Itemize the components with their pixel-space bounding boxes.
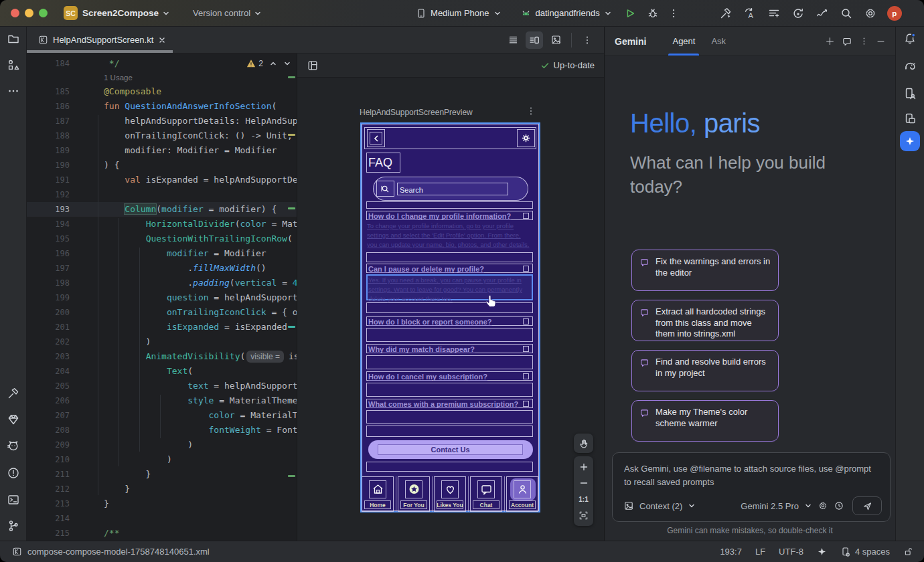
toolwindow-gemini[interactable] (900, 131, 920, 151)
prev-warning-icon[interactable] (269, 60, 277, 68)
usage-hint[interactable]: 1 Usage (27, 71, 297, 84)
run-config-selector[interactable]: datingandfriends (520, 7, 612, 19)
code-line[interactable]: 185@Composable (27, 84, 297, 99)
code-line[interactable]: 200 onTrailingIconClick = { onTrailing (27, 305, 297, 320)
close-window-button[interactable] (11, 9, 19, 17)
statusbar-file[interactable]: compose-compose-model-1758748140651.xml (27, 547, 210, 557)
gemini-suggestion-card[interactable]: Fix the warnings and errors in the edito… (631, 250, 779, 291)
code-line[interactable]: 204 Text( (27, 364, 297, 379)
code-line[interactable]: 187 helpAndSupportDetails: HelpAndSuppor… (27, 114, 297, 128)
code-line[interactable]: 209 ) (27, 438, 297, 452)
code-inspect-button[interactable]: A (738, 7, 762, 20)
editor-options-button[interactable] (579, 31, 596, 49)
faq-question[interactable]: Why did my match disappear? (366, 344, 533, 353)
version-control-menu[interactable]: Version control (193, 8, 250, 18)
pan-tool-button[interactable] (574, 434, 593, 453)
toolwindow-logcat[interactable] (0, 440, 26, 453)
run-button[interactable] (624, 7, 636, 19)
toolwindow-terminal[interactable] (0, 493, 26, 506)
todo-list-button[interactable] (762, 7, 786, 20)
code-line[interactable]: 207 color = MaterialTheme.co (27, 408, 297, 423)
expand-icon[interactable] (523, 213, 529, 219)
code-line[interactable]: 203 AnimatedVisibility(visible =isExpand… (27, 349, 297, 364)
zoom-out-button[interactable] (574, 475, 593, 491)
zoom-reset-button[interactable]: 1:1 (574, 491, 593, 507)
layout-grid-icon[interactable] (307, 60, 319, 72)
inspection-widget[interactable]: 2 (246, 59, 291, 68)
nav-item-home[interactable]: Home (362, 476, 394, 512)
tab-ask[interactable]: Ask (703, 27, 734, 56)
hide-panel-icon[interactable] (876, 36, 886, 46)
gemini-suggestion-card[interactable]: Extract all hardcoded strings from this … (631, 300, 779, 341)
code-line[interactable]: 191 val isExpanded = helpAndSupportDetai… (27, 173, 297, 187)
code-line[interactable]: 195 QuestionWithTrailingIconRow( (27, 231, 297, 246)
code-line[interactable]: 192 (27, 187, 297, 202)
toolwindow-problems[interactable] (0, 466, 26, 480)
faq-question[interactable]: Can I pause or delete my profile? (366, 264, 533, 273)
attach-image-icon[interactable] (623, 500, 634, 511)
preview-image-button[interactable] (547, 31, 564, 49)
code-line[interactable]: 190) { (27, 158, 297, 173)
code-line[interactable]: 211 } (27, 467, 297, 482)
nav-item-chat[interactable]: Chat (470, 476, 502, 512)
toolwindow-structure[interactable] (0, 58, 26, 72)
nav-item-account[interactable]: Account (506, 476, 538, 512)
code-line[interactable]: 205 text = helpAndSupportDetails (27, 379, 297, 393)
expand-icon[interactable] (523, 401, 529, 407)
toolwindow-build[interactable] (0, 387, 26, 400)
toolwindow-running-devices[interactable] (896, 112, 924, 126)
next-warning-icon[interactable] (283, 60, 291, 68)
code-line[interactable]: 188 onTrailingIconClick: () -> Unit, (27, 128, 297, 143)
gemini-input-box[interactable]: Ask Gemini, use @filename to attach sour… (612, 452, 891, 522)
gemini-suggestion-card[interactable]: Find and resolve build errors in my proj… (631, 350, 779, 391)
code-line[interactable]: 197 .fillMaxWidth() (27, 261, 297, 276)
code-line[interactable]: 196 modifier = Modifier (27, 246, 297, 261)
model-selector[interactable]: Gemini 2.5 Pro (741, 501, 799, 511)
nav-item-likes-you[interactable]: Likes You (434, 476, 466, 512)
code-line[interactable]: 208 fontWeight = FontWeight.B (27, 423, 297, 438)
toolwindow-app-insights[interactable] (0, 413, 26, 426)
code-line[interactable]: 193 Column(modifier = modifier) { (27, 202, 297, 217)
chat-history-icon[interactable] (842, 36, 852, 47)
device-selector[interactable]: Medium Phone (416, 8, 501, 19)
code-line[interactable]: 202 ) (27, 335, 297, 349)
faq-question[interactable]: How do I cancel my subscription? (366, 371, 533, 381)
new-chat-icon[interactable] (825, 36, 835, 46)
line-ending[interactable]: LF (755, 547, 765, 557)
code-line[interactable]: 189 modifier: Modifier = Modifier (27, 143, 297, 158)
gemini-status-icon[interactable] (817, 547, 827, 557)
gemini-options-icon[interactable] (859, 36, 869, 46)
gemini-settings-icon[interactable] (818, 500, 828, 511)
indent-config[interactable]: 4 spaces (840, 547, 890, 557)
faq-answer-highlighted[interactable]: Yes. If you need a break, you can pause … (366, 274, 533, 300)
faq-question[interactable]: How do I change my profile information? (366, 211, 533, 220)
code-line[interactable]: 212 } (27, 482, 297, 496)
code-line[interactable]: 214 (27, 511, 297, 526)
gemini-suggestion-card[interactable]: Make my Theme's color scheme warmer (631, 400, 779, 442)
debug-button[interactable] (647, 7, 659, 19)
faq-question[interactable]: How do I block or report someone? (366, 316, 533, 326)
toolwindow-project[interactable] (0, 32, 26, 45)
zoom-fit-button[interactable] (574, 507, 593, 523)
lock-icon[interactable] (903, 547, 913, 557)
send-button[interactable] (852, 496, 882, 515)
structure-lines-icon[interactable] (504, 31, 522, 49)
profiler-bug-button[interactable] (786, 7, 810, 20)
toolwindow-gradle[interactable] (896, 60, 924, 73)
project-selector[interactable]: Screen2Compose (82, 8, 159, 18)
preview-name[interactable]: HelpAndSupportScreenPreview (360, 108, 473, 117)
code-line[interactable]: 206 style = MaterialTheme.typogr (27, 393, 297, 408)
contact-us-button[interactable]: Contact Us (368, 440, 533, 459)
zoom-in-button[interactable] (574, 459, 593, 475)
expand-icon[interactable] (523, 266, 529, 272)
expand-icon[interactable] (523, 373, 529, 379)
code-line[interactable]: 199 question = helpAndSupportDetails (27, 290, 297, 305)
nav-item-for-you[interactable]: For You (398, 476, 430, 512)
user-avatar[interactable]: p (882, 6, 907, 21)
expand-icon[interactable] (523, 346, 529, 352)
close-icon[interactable] (158, 36, 166, 44)
search-everywhere-button[interactable] (834, 7, 858, 20)
expand-icon[interactable] (523, 318, 529, 324)
faq-question[interactable]: What comes with a premium subscription? (366, 399, 533, 408)
encoding[interactable]: UTF-8 (779, 547, 803, 557)
